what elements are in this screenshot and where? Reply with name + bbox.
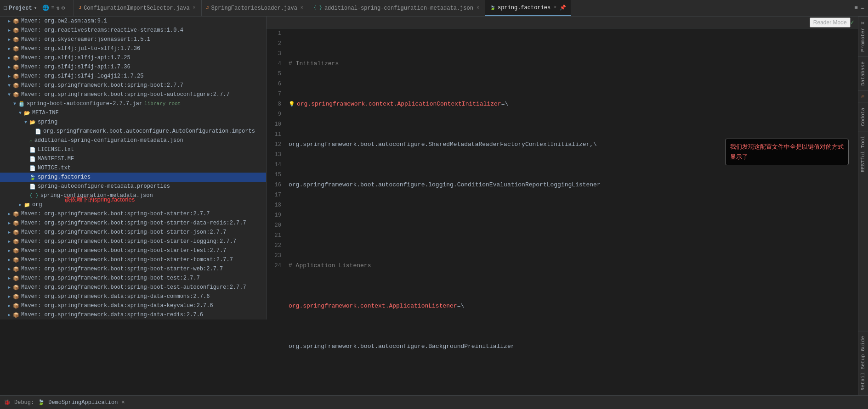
tree-arrow-icon: ▶ <box>6 211 13 217</box>
list-item[interactable]: ▼ 🫙 spring-boot-autoconfigure-2.7.7.jar … <box>0 99 266 108</box>
maven-icon: 📦 <box>13 220 19 226</box>
tab-spring-factories-loader[interactable]: J SpringFactoriesLoader.java × <box>202 0 309 16</box>
tree-item-label: Maven: org.springframework.boot:spring-b… <box>21 275 200 281</box>
vtab-retail-setup[interactable]: Retail Setup Guide <box>858 331 868 395</box>
code-line-2: 💡 org.springframework.context.Applicatio… <box>289 99 854 109</box>
list-item[interactable]: 📄 NOTICE.txt <box>0 163 266 173</box>
reader-mode-button[interactable]: Reader Mode <box>810 17 851 28</box>
list-item[interactable]: ▶ 📦 Maven: org.slf4j:slf4j-api:1.7.25 <box>0 53 266 62</box>
vtab-database[interactable]: Database <box>858 56 868 90</box>
tree-arrow-icon <box>22 175 29 180</box>
tree-item-label: Maven: org.springframework.boot:spring-b… <box>21 220 246 226</box>
list-item[interactable]: ▶ 📦 Maven: org.springframework.data:spri… <box>0 310 266 319</box>
tab-configuration-import-selector[interactable]: J ConfigurationImportSelector.java × <box>74 0 201 16</box>
sort-icon[interactable]: ⇅ <box>56 5 59 11</box>
project-dropdown-icon[interactable]: ▾ <box>34 5 37 11</box>
tab-close-icon[interactable]: × <box>553 5 557 11</box>
tab-spring-factories[interactable]: 🍃 spring.factories × 📌 <box>485 0 571 16</box>
maven-icon: 📦 <box>13 28 19 34</box>
bulb-icon[interactable]: 💡 <box>289 99 295 109</box>
list-item[interactable]: ▶ 📦 Maven: org.springframework.boot:spri… <box>0 237 266 246</box>
maven-icon: 📦 <box>13 46 19 52</box>
spring-leaf-bottom-icon: 🍃 <box>38 399 45 406</box>
list-item[interactable]: 📄 org.springframework.boot.autoconfigure… <box>0 127 266 136</box>
list-item[interactable]: ▶ 📦 Maven: org.springframework.boot:spri… <box>0 219 266 228</box>
spring-factories-tree-item[interactable]: 🍃 spring.factories <box>0 173 266 182</box>
minimize-icon[interactable]: — <box>67 5 70 11</box>
tree-arrow-icon <box>28 129 35 134</box>
maven-icon: 📦 <box>13 294 19 300</box>
maven-icon: 📦 <box>13 230 19 235</box>
code-editor[interactable]: # Initializers 💡 org.springframework.con… <box>285 28 858 395</box>
list-item[interactable]: ▶ 📦 Maven: org.springframework.data:spri… <box>0 301 266 310</box>
list-item[interactable]: ▶ 📦 Maven: org.springframework.boot:spri… <box>0 246 266 255</box>
list-item[interactable]: ▶ 📦 Maven: org.slf4j:slf4j-api:1.7.36 <box>0 62 266 72</box>
vtab-restful[interactable]: RESTful Tool <box>858 131 868 177</box>
tree-arrow-icon: ▶ <box>6 28 13 33</box>
tab-more-icon[interactable]: ⋯ <box>861 5 864 12</box>
list-item[interactable]: 📄 spring-autoconfigure-metadata.properti… <box>0 182 266 191</box>
list-item[interactable]: 📄 MANIFEST.MF <box>0 154 266 163</box>
tab-bar-controls: ≡ ⋯ <box>854 5 868 12</box>
tree-arrow-icon: ▶ <box>6 257 13 263</box>
tree-item-label: Maven: org.springframework.boot:spring-b… <box>21 257 233 263</box>
tree-arrow-icon: ▶ <box>6 275 13 281</box>
tree-item-label: Maven: org.springframework.boot:spring-b… <box>21 211 210 217</box>
vtab-maven[interactable]: m <box>858 90 868 103</box>
list-item[interactable]: ▶ 📦 Maven: org.springframework.boot:spri… <box>0 274 266 283</box>
tree-item-label: Maven: org.slf4j:slf4j-log4j12:1.7.25 <box>21 73 143 79</box>
tree-item-label: Maven: org.slf4j:slf4j-api:1.7.25 <box>21 55 130 61</box>
list-item[interactable]: ▶ 📦 Maven: org.springframework.boot:spri… <box>0 264 266 274</box>
list-item[interactable]: ▶ 📦 Maven: org.springframework.boot:spri… <box>0 255 266 264</box>
tab-close-icon[interactable]: × <box>192 5 197 11</box>
list-item[interactable]: ▶ 📦 Maven: org.skyscreamer:jsonassert:1.… <box>0 35 266 44</box>
code-equal: =\ <box>501 99 509 109</box>
file-json-icon: { } <box>29 193 39 198</box>
list-item[interactable]: ▶ 📦 Maven: org.springframework.boot:spri… <box>0 228 266 237</box>
tree-arrow-icon: ▶ <box>6 73 13 79</box>
list-item[interactable]: ▶ 📦 Maven: org.slf4j:slf4j-log4j12:1.7.2… <box>0 72 266 81</box>
maven-icon: 📦 <box>13 248 19 254</box>
list-item[interactable]: ▼ 📂 META-INF <box>0 108 266 118</box>
tree-arrow-icon: ▶ <box>6 266 13 272</box>
list-item[interactable]: ▶ 📁 org <box>0 200 266 209</box>
vtab-promoter[interactable]: Promoter X <box>858 17 868 56</box>
tree-item-label: MANIFEST.MF <box>38 156 74 162</box>
tree-arrow-icon: ▼ <box>22 120 29 125</box>
tab-pin-icon[interactable]: 📌 <box>560 5 566 11</box>
tab-close-icon[interactable]: × <box>476 5 480 11</box>
code-line-3: org.springframework.boot.autoconfigure.S… <box>289 140 854 150</box>
globe-icon[interactable]: 🌐 <box>42 5 49 11</box>
list-item[interactable]: ▶ 📦 Maven: org.reactivestreams:reactive-… <box>0 26 266 35</box>
tree-arrow-icon: ▼ <box>6 92 13 97</box>
file-prop-icon: 📄 <box>29 184 36 190</box>
code-value: org.springframework.boot.autoconfigure.S… <box>289 140 597 150</box>
tab-label: spring.factories <box>498 5 550 11</box>
maven-icon: 📦 <box>13 55 19 61</box>
tree-item-label: Maven: org.springframework.boot:spring-b… <box>21 247 226 254</box>
list-item[interactable]: ▶ 📦 Maven: org.ow2.asm:asm:9.1 <box>0 17 266 26</box>
tab-menu-icon[interactable]: ≡ <box>854 5 858 11</box>
list-item[interactable]: { } spring-configuration-metadata.json <box>0 191 266 200</box>
list-item[interactable]: ▼ 📂 spring <box>0 118 266 127</box>
app-label[interactable]: DemoSpringApplication <box>48 399 118 406</box>
list-item[interactable]: ▶ 📦 Maven: org.springframework.boot:spri… <box>0 283 266 292</box>
tree-arrow-icon <box>22 138 29 143</box>
list-icon[interactable]: ≡ <box>51 5 54 11</box>
maven-icon: 📦 <box>13 64 19 70</box>
app-close-icon[interactable]: × <box>121 399 125 406</box>
gear-icon[interactable]: ⚙ <box>62 5 65 11</box>
vtab-codota[interactable]: Codota <box>858 103 868 131</box>
tree-item-label: Maven: org.springframework.boot:spring-b… <box>21 266 223 272</box>
list-item[interactable]: ▶ 📦 Maven: org.springframework.data:spri… <box>0 292 266 301</box>
list-item[interactable]: ⚠ additional-spring-configuration-metada… <box>0 136 266 145</box>
list-item[interactable]: ▼ 📦 Maven: org.springframework.boot:spri… <box>0 90 266 99</box>
list-item[interactable]: 📄 LICENSE.txt <box>0 145 266 154</box>
list-item[interactable]: ▶ 📦 Maven: org.slf4j:jul-to-slf4j:1.7.36 <box>0 44 266 53</box>
list-item[interactable]: ▶ 📦 Maven: org.springframework.boot:spri… <box>0 209 266 219</box>
tab-additional-spring-config[interactable]: { } additional-spring-configuration-meta… <box>309 0 485 16</box>
maven-icon: 📦 <box>13 257 19 263</box>
list-item[interactable]: ▼ 📦 Maven: org.springframework.boot:spri… <box>0 81 266 90</box>
tree-item-label: Maven: org.slf4j:jul-to-slf4j:1.7.36 <box>21 45 140 52</box>
tab-close-icon[interactable]: × <box>300 5 304 11</box>
